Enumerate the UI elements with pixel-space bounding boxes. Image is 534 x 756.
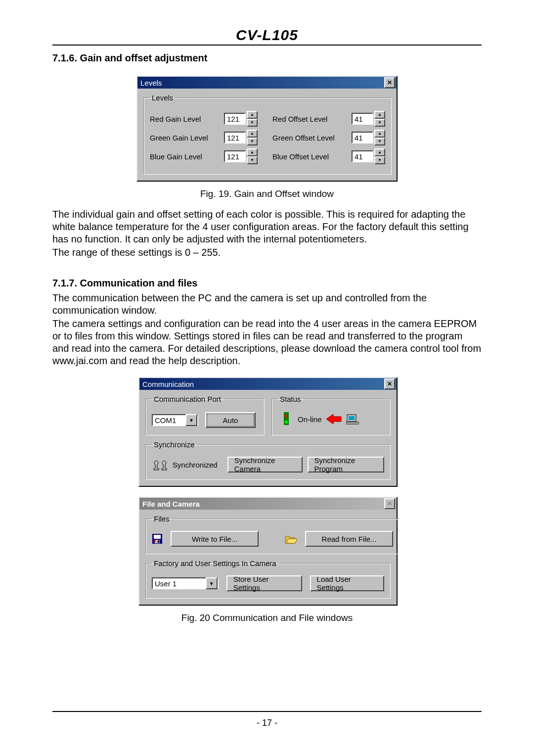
sec2-para2: The camera settings and configuration ca… xyxy=(52,318,482,367)
status-text: On-line xyxy=(298,415,321,424)
floppy-save-icon xyxy=(152,533,163,544)
sync-chess-icon xyxy=(152,458,168,471)
user-settings-value: User 1 xyxy=(155,579,177,588)
communication-window: Communication ✕ Communication Port COM1 … xyxy=(138,377,398,487)
svg-rect-10 xyxy=(158,540,159,543)
communication-titlebar: Communication ✕ xyxy=(139,378,397,390)
computer-icon xyxy=(346,414,359,425)
red-gain-input[interactable]: 121 xyxy=(224,113,246,125)
traffic-light-icon xyxy=(278,411,294,427)
communication-title: Communication xyxy=(142,380,194,388)
spin-up-icon[interactable]: ▲ xyxy=(247,130,258,138)
blue-offset-label: Blue Offset Level xyxy=(272,152,352,161)
files-group: Files Write to File... Read from File... xyxy=(145,515,400,554)
files-legend: Files xyxy=(152,515,172,523)
levels-title: Levels xyxy=(140,79,162,87)
com-port-select[interactable]: COM1 ▼ xyxy=(152,414,198,426)
user-settings-select[interactable]: User 1 ▼ xyxy=(152,577,219,589)
close-icon[interactable]: ✕ xyxy=(384,77,395,88)
blue-gain-label: Blue Gain Level xyxy=(150,152,224,161)
synchronized-text: Synchronized xyxy=(173,461,218,469)
folder-open-icon xyxy=(284,533,297,544)
spin-up-icon[interactable]: ▲ xyxy=(247,111,258,119)
file-titlebar: File and Camera ✕ xyxy=(139,498,397,510)
synchronize-group: Synchronize Synchronized Synchronize Cam… xyxy=(145,440,391,480)
communication-port-legend: Communication Port xyxy=(152,395,223,403)
spin-down-icon[interactable]: ▼ xyxy=(247,138,258,145)
close-icon[interactable]: ✕ xyxy=(384,498,395,509)
load-user-settings-button[interactable]: Load User Settings xyxy=(310,575,384,591)
green-offset-label: Green Offset Level xyxy=(272,134,352,142)
chevron-down-icon[interactable]: ▼ xyxy=(185,414,197,426)
spin-up-icon[interactable]: ▲ xyxy=(374,111,385,119)
spin-up-icon[interactable]: ▲ xyxy=(247,148,258,156)
spin-up-icon[interactable]: ▲ xyxy=(374,148,385,156)
factory-user-group: Factory and User Settings In Camera User… xyxy=(145,559,391,599)
red-offset-label: Red Offset Level xyxy=(272,115,352,123)
file-title: File and Camera xyxy=(142,500,200,508)
svg-rect-8 xyxy=(154,535,161,539)
svg-point-2 xyxy=(285,421,288,424)
status-legend: Status xyxy=(278,395,303,403)
section-heading-communication: 7.1.7. Communication and files xyxy=(52,278,482,289)
red-gain-label: Red Gain Level xyxy=(150,115,224,123)
red-offset-input[interactable]: 41 xyxy=(352,113,373,125)
green-gain-label: Green Gain Level xyxy=(150,134,224,142)
fig19-caption: Fig. 19. Gain and Offset window xyxy=(52,189,482,199)
close-icon[interactable]: ✕ xyxy=(384,378,395,389)
fig20-caption: Fig. 20 Communication and File windows xyxy=(52,613,482,623)
sec2-para1: The communication between the PC and the… xyxy=(52,292,482,317)
levels-titlebar: Levels ✕ xyxy=(137,77,397,89)
section-heading-gain-offset: 7.1.6. Gain and offset adjustment xyxy=(52,52,482,64)
arrow-left-icon xyxy=(325,413,342,425)
spin-down-icon[interactable]: ▼ xyxy=(374,138,385,145)
synchronize-legend: Synchronize xyxy=(152,440,197,449)
sec1-para1: The individual gain and offset setting o… xyxy=(52,208,482,245)
synchronize-camera-button[interactable]: Synchronize Camera xyxy=(227,457,303,472)
svg-rect-11 xyxy=(154,540,156,542)
page-number: - 17 - xyxy=(52,718,482,728)
blue-offset-input[interactable]: 41 xyxy=(352,150,373,162)
file-and-camera-window: File and Camera ✕ Files Write to File...… xyxy=(138,497,398,606)
write-to-file-button[interactable]: Write to File... xyxy=(171,531,259,547)
sec1-para2: The range of these settings is 0 – 255. xyxy=(52,246,482,259)
spin-up-icon[interactable]: ▲ xyxy=(374,130,385,138)
svg-rect-6 xyxy=(346,422,359,424)
status-group: Status On-line xyxy=(271,395,391,435)
synchronize-program-button[interactable]: Synchronize Program xyxy=(308,457,384,472)
levels-group: Levels Red Gain Level 121 ▲▼ Red Offset … xyxy=(143,94,392,175)
levels-group-legend: Levels xyxy=(150,94,175,102)
spin-down-icon[interactable]: ▼ xyxy=(247,156,258,164)
svg-marker-3 xyxy=(326,414,341,424)
auto-button[interactable]: Auto xyxy=(205,412,256,428)
factory-user-legend: Factory and User Settings In Camera xyxy=(152,559,278,567)
blue-gain-input[interactable]: 121 xyxy=(224,150,246,162)
svg-rect-5 xyxy=(349,416,355,420)
doc-title: CV-L105 xyxy=(52,27,482,44)
chevron-down-icon[interactable]: ▼ xyxy=(206,577,218,589)
spin-down-icon[interactable]: ▼ xyxy=(374,119,385,127)
spin-down-icon[interactable]: ▼ xyxy=(247,119,258,127)
store-user-settings-button[interactable]: Store User Settings xyxy=(226,575,302,591)
read-from-file-button[interactable]: Read from File... xyxy=(305,531,393,547)
green-offset-input[interactable]: 41 xyxy=(352,132,373,143)
communication-port-group: Communication Port COM1 ▼ Auto xyxy=(145,395,265,435)
svg-point-1 xyxy=(285,415,288,418)
footer-rule xyxy=(52,711,482,712)
com-port-value: COM1 xyxy=(155,416,176,425)
green-gain-input[interactable]: 121 xyxy=(224,132,246,143)
levels-window: Levels ✕ Levels Red Gain Level 121 ▲▼ Re… xyxy=(136,76,398,182)
spin-down-icon[interactable]: ▼ xyxy=(374,156,385,164)
header-rule xyxy=(52,45,482,46)
